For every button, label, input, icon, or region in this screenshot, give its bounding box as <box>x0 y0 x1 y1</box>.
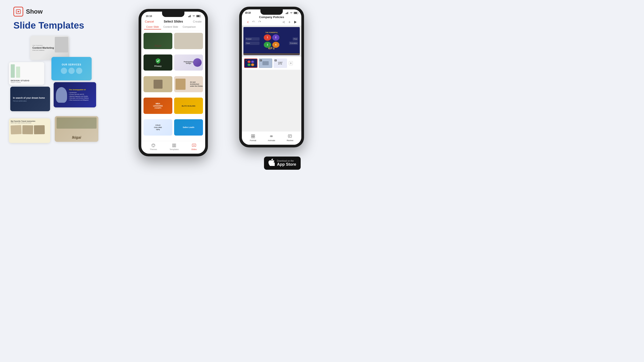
blitz-thumb-label: BLITZ SCALING <box>182 105 195 107</box>
svg-rect-16 <box>174 146 176 147</box>
promotion-text: Promotion <box>289 41 298 45</box>
nav-templates[interactable]: Templates <box>170 143 178 150</box>
fourps-center: 1 2 3 4 THE POWERFUL 4Ps <box>261 34 282 48</box>
rp-thumb-num-2: 2 <box>260 59 262 61</box>
appstore-button[interactable]: Download on the App Store <box>264 157 301 170</box>
back-icon[interactable] <box>246 20 250 24</box>
t1-p1: 1 <box>248 60 250 63</box>
review-button[interactable]: Review <box>287 134 294 142</box>
add-slide-button[interactable] <box>288 58 293 68</box>
svg-point-24 <box>283 22 283 22</box>
redo-icon[interactable] <box>258 20 262 24</box>
logo-icon[interactable] <box>14 7 23 16</box>
product-text: Product <box>245 37 260 41</box>
place-text: Place <box>245 41 260 45</box>
slide-thumb-ikigai[interactable]: Ikigai <box>144 33 172 49</box>
card-ikigai[interactable]: Ikigai <box>55 116 98 142</box>
phone-right: 10:10 <box>239 7 304 147</box>
svg-rect-36 <box>288 135 292 137</box>
slide-thumb-blitz[interactable]: BLITZ SCALING <box>174 98 203 114</box>
rp-thumb-3[interactable]: 3 CONTATTE <box>274 58 287 68</box>
slide-thumb-sales[interactable]: Sales Leads <box>174 119 203 136</box>
svg-rect-11 <box>172 144 174 145</box>
mba-thumb-label: MBA LESSONS CHAMPS <box>151 102 165 109</box>
svg-rect-13 <box>172 145 174 146</box>
t2-shape <box>262 61 269 65</box>
battery-icon <box>196 15 201 17</box>
dh-sub: Find your perfect place <box>13 100 48 102</box>
card-content-marketing[interactable]: Liber Corporation Content Marketing Grow… <box>30 36 69 60</box>
card-unstoppable[interactable]: The Unstoppable UI • Introduction • Priv… <box>54 82 96 107</box>
phone-shell-right: 10:10 <box>239 7 304 147</box>
cm-title: Content Marketing <box>32 46 54 49</box>
add-slide-icon <box>289 61 293 65</box>
shield-badge: Privacy <box>154 58 162 67</box>
rp-bottom-toolbar: Format Animate <box>242 131 301 145</box>
rp-status-time: 10:10 <box>245 11 251 14</box>
templates-icon <box>172 143 176 148</box>
card-travel[interactable]: My Favorite Travel memories Work hard ma… <box>9 118 50 143</box>
themes-label: Themes <box>150 148 157 150</box>
phone-nav-center: Cancel Select Slides Create <box>141 18 205 24</box>
create-button-center[interactable]: Create <box>193 20 202 23</box>
nav-slides[interactable]: Slides <box>191 143 197 150</box>
slide-thumb-book[interactable] <box>174 33 203 49</box>
rp-thumb-2[interactable]: 2 <box>259 58 272 68</box>
rp-signal-icon <box>286 12 289 14</box>
tab-comparison[interactable]: Comparison <box>180 24 198 29</box>
svg-marker-1 <box>18 10 20 12</box>
participatory-thumb-label: Participatory Design <box>184 61 193 64</box>
slide-accent-bar <box>244 54 300 54</box>
rp-battery-icon <box>294 12 298 14</box>
slides-label: Slides <box>191 148 197 150</box>
status-icons-center <box>188 15 201 17</box>
svg-rect-20 <box>287 12 288 14</box>
fourps-left: Product Place <box>245 37 260 45</box>
slide-thumb-privacy[interactable]: Privacy <box>144 54 172 71</box>
svg-rect-19 <box>286 13 287 14</box>
ui-bullets: • Introduction • Privacy Security and AG… <box>69 91 88 101</box>
slide-thumb-participatory[interactable]: Participatory Design <box>174 54 203 71</box>
cancel-button-center[interactable]: Cancel <box>145 20 154 23</box>
templates-label: Templates <box>170 148 178 150</box>
play-button-icon[interactable] <box>293 20 297 24</box>
ikigai-thumb-label: Ikigai <box>154 44 162 47</box>
rp-thumb-strip: 1 1 2 3 4 2 <box>242 57 301 70</box>
dh-title: In search of your dream home <box>13 96 48 99</box>
card-our-services[interactable]: OUR SERVICES <box>52 57 92 80</box>
animate-button[interactable]: Animate <box>268 134 275 142</box>
nav-themes[interactable]: Themes <box>150 143 157 150</box>
svg-rect-5 <box>190 15 191 17</box>
card-design-studio[interactable]: DESIGN STUDIO elegant creativity <box>9 62 44 85</box>
rp-thumb-1[interactable]: 1 1 2 3 4 <box>244 58 258 68</box>
svg-point-7 <box>152 145 153 145</box>
ik-title: Ikigai <box>72 136 81 140</box>
svg-point-9 <box>154 145 155 145</box>
rp-toolbar <box>245 20 298 24</box>
format-button[interactable]: Format <box>250 134 256 142</box>
slide-thumb-art[interactable]: Art and Architecture under the Cholas <box>174 76 203 92</box>
card-dream-home[interactable]: In search of your dream home Find your p… <box>10 87 50 111</box>
tr-title: My Favorite Travel memories <box>11 120 48 122</box>
status-time-center: 10:10 <box>146 15 152 17</box>
slide-thumb-dark[interactable] <box>144 76 172 92</box>
svg-rect-4 <box>190 15 190 17</box>
slide-thumb-mba[interactable]: MBA LESSONS CHAMPS <box>144 98 172 114</box>
format-icon <box>250 134 256 139</box>
art-thumb-label: Art and Architecture under the Cholas <box>190 81 203 87</box>
ds-title: DESIGN STUDIO <box>11 79 42 82</box>
phone-screen-right: 10:10 <box>242 9 301 145</box>
review-icon <box>288 134 292 139</box>
ui-title: The Unstoppable UI <box>69 89 88 91</box>
slide-thumb-cold[interactable]: COLD CALLING TIPS <box>144 119 172 136</box>
sales-thumb-label: Sales Leads <box>183 126 194 128</box>
tab-cover-slide[interactable]: Cover Slide <box>144 24 161 29</box>
tab-content-slide[interactable]: Content Slide <box>161 24 180 29</box>
add-icon[interactable] <box>288 20 292 24</box>
slide-tabs: Cover Slide Content Slide Comparison <box>141 24 205 31</box>
nav-title-center: Select Slides <box>164 20 183 23</box>
phone-notch-center <box>162 11 184 17</box>
undo-icon[interactable] <box>252 20 256 24</box>
share-icon[interactable] <box>282 20 286 24</box>
cm-subtitle: Grow your audience <box>32 49 54 51</box>
